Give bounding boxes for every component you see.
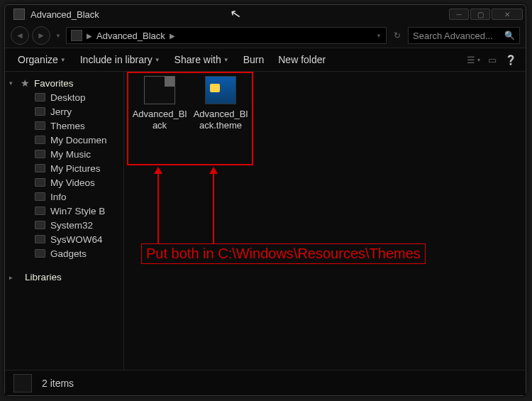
address-bar[interactable]: ▶ Advanced_Black ▶ ▼ — [66, 27, 387, 44]
annotation-text: Put both in C:\Windows\Resources\Themes — [141, 243, 426, 264]
minimize-button[interactable]: ─ — [449, 9, 469, 20]
dropdown-icon[interactable]: ▼ — [376, 33, 382, 39]
window-title: Advanced_Black — [31, 9, 99, 20]
sidebar-item-win7style[interactable]: Win7 Style B — [5, 204, 123, 218]
sidebar-item-documents[interactable]: My Documen — [5, 133, 123, 147]
folder-icon — [35, 150, 45, 158]
sidebar-item-videos[interactable]: My Videos — [5, 175, 123, 189]
cursor-icon: ↖ — [229, 6, 243, 23]
maximize-button[interactable]: ▢ — [470, 9, 490, 20]
titlebar: Advanced_Black ─ ▢ ✕ ↖ — [5, 5, 526, 23]
window-controls: ─ ▢ ✕ — [449, 9, 523, 20]
status-count: 2 items — [42, 378, 74, 389]
folder-icon — [35, 192, 45, 201]
sidebar-item-system32[interactable]: System32 — [5, 218, 123, 232]
sidebar-item-info[interactable]: Info — [5, 189, 123, 204]
sidebar-item-jerry[interactable]: Jerry — [5, 104, 123, 119]
sidebar-item-gadgets[interactable]: Gadgets — [5, 246, 123, 260]
sidebar-item-pictures[interactable]: My Pictures — [5, 161, 123, 175]
burn-button[interactable]: Burn — [238, 51, 270, 68]
sidebar-group-libraries[interactable]: ▸ Libraries — [5, 270, 123, 284]
chevron-down-icon: ▾ — [9, 79, 13, 87]
breadcrumb-item[interactable]: Advanced_Black — [96, 31, 165, 41]
sidebar-item-music[interactable]: My Music — [5, 147, 123, 161]
nav-bar: ◄ ► ▼ ▶ Advanced_Black ▶ ▼ ↻ Search Adva… — [5, 23, 526, 48]
search-input[interactable]: Search Advanced... 🔍 — [408, 27, 520, 44]
folder-icon — [35, 221, 45, 229]
chevron-right-icon: ▶ — [170, 32, 175, 40]
folder-icon — [35, 93, 45, 101]
history-dropdown[interactable]: ▼ — [53, 31, 63, 40]
folder-icon — [13, 374, 32, 392]
sidebar-item-syswow64[interactable]: SysWOW64 — [5, 232, 123, 246]
star-icon: ★ — [21, 77, 30, 89]
folder-icon — [35, 178, 45, 187]
organize-button[interactable]: Organize▼ — [12, 51, 72, 68]
sidebar-label: Libraries — [25, 272, 62, 282]
annotation-arrow-head — [209, 167, 218, 174]
annotation-box — [127, 72, 253, 165]
share-with-button[interactable]: Share with▼ — [169, 51, 235, 68]
search-placeholder: Search Advanced... — [413, 31, 493, 41]
annotation-arrow — [157, 174, 159, 243]
sidebar-group-favorites[interactable]: ▾ ★ Favorites — [5, 76, 123, 90]
sidebar-label: Favorites — [34, 78, 74, 89]
sidebar-item-desktop[interactable]: Desktop — [5, 90, 123, 104]
forward-button[interactable]: ► — [32, 26, 50, 45]
toolbar: Organize▼ Include in library▼ Share with… — [5, 48, 526, 72]
close-button[interactable]: ✕ — [492, 9, 523, 20]
app-icon — [13, 9, 25, 20]
chevron-right-icon: ▸ — [9, 274, 13, 281]
explorer-window: Advanced_Black ─ ▢ ✕ ↖ ◄ ► ▼ ▶ Advanced_… — [4, 4, 526, 396]
navigation-pane: ▾ ★ Favorites Desktop Jerry Themes My Do… — [5, 72, 124, 370]
folder-icon — [35, 249, 45, 258]
view-options-button[interactable]: ☰▼ — [466, 52, 482, 67]
folder-icon — [35, 207, 45, 215]
back-button[interactable]: ◄ — [11, 26, 29, 45]
folder-icon — [35, 164, 45, 172]
folder-icon — [35, 121, 45, 130]
content-pane[interactable]: Advanced_Black Advanced_Black.theme Put … — [124, 72, 526, 370]
body: ▾ ★ Favorites Desktop Jerry Themes My Do… — [5, 72, 526, 370]
sidebar-item-themes[interactable]: Themes — [5, 119, 123, 133]
refresh-button[interactable]: ↻ — [389, 28, 405, 43]
folder-icon — [35, 107, 45, 116]
chevron-right-icon: ▶ — [87, 32, 92, 40]
include-library-button[interactable]: Include in library▼ — [74, 51, 166, 68]
preview-pane-button[interactable]: ▭ — [484, 52, 500, 67]
folder-icon — [71, 30, 82, 41]
annotation-arrow — [213, 174, 214, 243]
help-button[interactable]: ❔ — [503, 52, 519, 67]
status-bar: 2 items — [5, 370, 526, 395]
annotation-arrow-head — [154, 167, 162, 174]
folder-icon — [35, 235, 45, 243]
search-icon: 🔍 — [504, 31, 515, 40]
new-folder-button[interactable]: New folder — [272, 51, 331, 68]
folder-icon — [35, 136, 45, 144]
